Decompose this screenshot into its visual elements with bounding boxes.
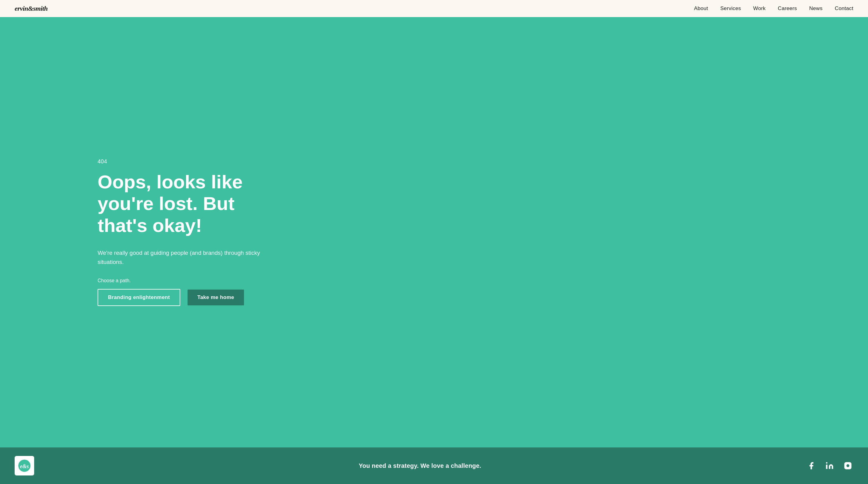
site-logo[interactable]: ervin&smith xyxy=(14,5,48,12)
nav-news[interactable]: News xyxy=(809,5,823,11)
footer-logo: e&s xyxy=(14,456,34,476)
footer-tagline: You need a strategy. We love a challenge… xyxy=(359,462,481,470)
social-icons xyxy=(806,460,854,471)
site-header: ervin&smith About Services Work Careers … xyxy=(0,0,868,17)
nav-about[interactable]: About xyxy=(694,5,708,11)
nav-careers[interactable]: Careers xyxy=(778,5,797,11)
choose-path-label: Choose a path. xyxy=(98,278,854,284)
subtext: We're really good at guiding people (and… xyxy=(98,249,269,267)
cta-buttons: Branding enlightenment Take me home xyxy=(98,289,854,306)
branding-enlightenment-button[interactable]: Branding enlightenment xyxy=(98,289,180,306)
nav-contact[interactable]: Contact xyxy=(835,5,854,11)
nav-work[interactable]: Work xyxy=(753,5,766,11)
site-footer: e&s You need a strategy. We love a chall… xyxy=(0,447,868,484)
main-content: 404 Oops, looks like you're lost. But th… xyxy=(0,17,868,447)
error-code: 404 xyxy=(98,159,854,165)
page-headline: Oops, looks like you're lost. But that's… xyxy=(98,171,287,236)
svg-text:e&s: e&s xyxy=(20,463,29,470)
linkedin-icon[interactable] xyxy=(824,460,835,471)
nav-services[interactable]: Services xyxy=(720,5,741,11)
main-nav: About Services Work Careers News Contact xyxy=(694,5,854,11)
svg-rect-2 xyxy=(826,465,828,469)
facebook-icon[interactable] xyxy=(806,460,817,471)
svg-point-3 xyxy=(826,462,828,463)
instagram-icon[interactable] xyxy=(842,460,854,471)
take-me-home-button[interactable]: Take me home xyxy=(188,290,244,305)
